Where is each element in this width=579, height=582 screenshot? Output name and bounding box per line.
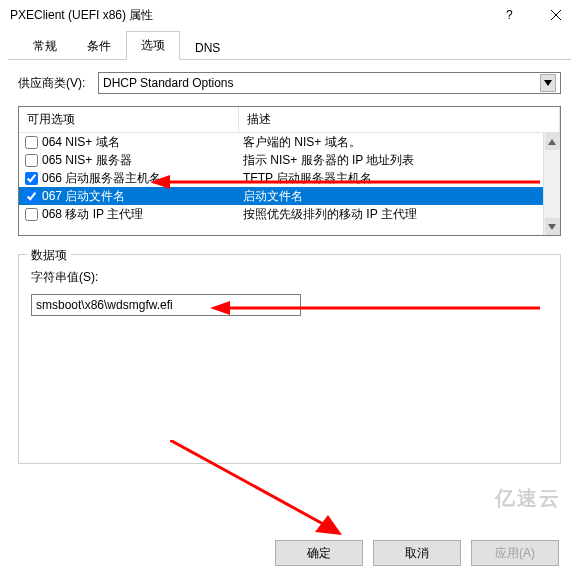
tab-content: 供应商类(V): DHCP Standard Options 可用选项 描述 0… [0, 60, 579, 476]
group-legend: 数据项 [27, 247, 71, 264]
options-body: 064 NIS+ 域名 客户端的 NIS+ 域名。 065 NIS+ 服务器 指… [19, 133, 560, 235]
option-row-selected[interactable]: 067 启动文件名 启动文件名 [19, 187, 560, 205]
options-header: 可用选项 描述 [19, 107, 560, 133]
cancel-button[interactable]: 取消 [373, 540, 461, 566]
svg-marker-5 [548, 224, 556, 230]
option-row[interactable]: 064 NIS+ 域名 客户端的 NIS+ 域名。 [19, 133, 560, 151]
option-name: 066 启动服务器主机名 [42, 170, 161, 187]
option-checkbox[interactable] [25, 136, 38, 149]
option-row[interactable]: 068 移动 IP 主代理 按照优先级排列的移动 IP 主代理 [19, 205, 560, 223]
string-value-input[interactable] [31, 294, 301, 316]
option-checkbox[interactable] [25, 208, 38, 221]
option-checkbox[interactable] [25, 154, 38, 167]
chevron-down-icon [540, 74, 556, 92]
dialog-buttons: 确定 取消 应用(A) [275, 540, 559, 566]
options-list: 可用选项 描述 064 NIS+ 域名 客户端的 NIS+ 域名。 065 NI… [18, 106, 561, 236]
option-row[interactable]: 065 NIS+ 服务器 指示 NIS+ 服务器的 IP 地址列表 [19, 151, 560, 169]
svg-marker-11 [315, 515, 342, 535]
watermark: 亿速云 [495, 485, 561, 512]
help-button[interactable]: ? [487, 0, 533, 30]
close-button[interactable] [533, 0, 579, 30]
tab-dns[interactable]: DNS [180, 35, 235, 60]
window-title: PXEClient (UEFI x86) 属性 [10, 7, 487, 24]
option-desc: 客户端的 NIS+ 域名。 [239, 134, 560, 151]
column-available-options[interactable]: 可用选项 [19, 107, 239, 132]
tab-general[interactable]: 常规 [18, 32, 72, 60]
option-desc: 指示 NIS+ 服务器的 IP 地址列表 [239, 152, 560, 169]
tab-conditions[interactable]: 条件 [72, 32, 126, 60]
option-name: 067 启动文件名 [42, 188, 125, 205]
option-row[interactable]: 066 启动服务器主机名 TFTP 启动服务器主机名 [19, 169, 560, 187]
vendor-class-select[interactable]: DHCP Standard Options [98, 72, 561, 94]
option-name: 065 NIS+ 服务器 [42, 152, 132, 169]
tab-options[interactable]: 选项 [126, 31, 180, 60]
vendor-class-row: 供应商类(V): DHCP Standard Options [18, 72, 561, 94]
apply-button[interactable]: 应用(A) [471, 540, 559, 566]
option-desc: 启动文件名 [239, 188, 560, 205]
title-bar: PXEClient (UEFI x86) 属性 ? [0, 0, 579, 30]
option-checkbox[interactable] [25, 172, 38, 185]
svg-text:?: ? [506, 10, 513, 20]
column-description[interactable]: 描述 [239, 107, 560, 132]
scroll-up-icon[interactable] [545, 133, 560, 150]
option-name: 064 NIS+ 域名 [42, 134, 120, 151]
data-item-group: 数据项 字符串值(S): [18, 254, 561, 464]
string-value-label: 字符串值(S): [31, 269, 548, 286]
option-checkbox[interactable] [25, 190, 38, 203]
ok-button[interactable]: 确定 [275, 540, 363, 566]
scrollbar-vertical[interactable] [543, 133, 560, 235]
svg-marker-3 [544, 80, 552, 86]
option-desc: 按照优先级排列的移动 IP 主代理 [239, 206, 560, 223]
vendor-class-value: DHCP Standard Options [103, 76, 234, 90]
tab-strip: 常规 条件 选项 DNS [8, 30, 571, 60]
svg-marker-4 [548, 139, 556, 145]
option-desc: TFTP 启动服务器主机名 [239, 170, 560, 187]
vendor-class-label: 供应商类(V): [18, 75, 88, 92]
option-name: 068 移动 IP 主代理 [42, 206, 143, 223]
scroll-down-icon[interactable] [545, 218, 560, 235]
